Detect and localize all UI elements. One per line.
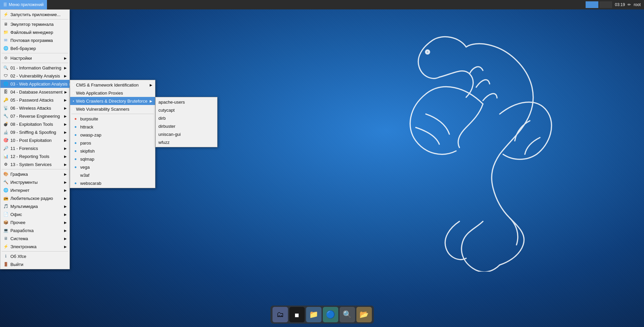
submenu-item-owasp[interactable]: ● owasp-zap: [70, 131, 155, 139]
submenu-item-crawlers[interactable]: • Web Crawlers & Directory Bruteforce ▶ …: [70, 97, 155, 105]
menu-item-dev[interactable]: 💻 Разработка ▶: [0, 226, 69, 234]
submenu-item-w3af[interactable]: w3af: [70, 171, 155, 179]
db-icon: 🗄: [3, 89, 8, 95]
submenu-crawlers-dirb[interactable]: dirb: [156, 114, 217, 122]
menu-item-electronics[interactable]: ⚡ Электроника ▶: [0, 242, 69, 251]
menu-item-launch[interactable]: ⚡ Запустить приложение...: [0, 10, 69, 18]
menu-item-terminal[interactable]: 🖥 Эмулятор терминала: [0, 20, 69, 28]
menu-item-info-gathering[interactable]: 🔍 01 - Information Gathering ▶: [0, 64, 69, 72]
cms-arrow: ▶: [150, 83, 152, 87]
menu-item-db[interactable]: 🗄 04 - Database Assessment ▶: [0, 88, 69, 96]
electronics-icon: ⚡: [3, 244, 8, 249]
exploit-icon: 💣: [3, 121, 8, 127]
separator-3: [2, 63, 68, 63]
menu-item-post[interactable]: 🎯 10 - Post Exploitation ▶: [0, 136, 69, 144]
submenu-item-webscarab[interactable]: ● webscarab: [70, 179, 155, 187]
menu-item-electronics-label: Электроника: [10, 244, 37, 249]
submenu-crawlers-apache[interactable]: apache-users: [156, 98, 217, 106]
post-arrow: ▶: [64, 139, 67, 142]
pen-icon: ✏: [628, 2, 631, 7]
user-label: root: [634, 2, 641, 7]
submenu-item-skipfish[interactable]: ● skipfish: [70, 147, 155, 155]
submenu-crawlers-uniscan[interactable]: uniscan-gui: [156, 130, 217, 138]
httrack-label: httrack: [80, 124, 93, 129]
system2-icon: 🖥: [3, 236, 8, 241]
sqlmap-icon: ●: [73, 156, 78, 162]
submenu-item-vega[interactable]: ● vega: [70, 163, 155, 171]
menu-item-other[interactable]: 📦 Прочее ▶: [0, 218, 69, 226]
menu-container: ⚡ Запустить приложение... 🖥 Эмулятор тер…: [0, 9, 70, 269]
scanners-bullet: •: [73, 107, 74, 111]
menu-item-system2[interactable]: 🖥 Система ▶: [0, 234, 69, 242]
menu-item-web-app[interactable]: 🌐 03 - Web Application Analysis ▶ • CMS …: [0, 80, 69, 88]
clock: 03:19: [615, 2, 625, 7]
menu-item-password[interactable]: 🔑 05 - Password Attacks ▶: [0, 96, 69, 104]
dock-folder[interactable]: 📁: [306, 307, 321, 322]
submenu-item-httrack[interactable]: ● httrack: [70, 123, 155, 131]
menu-item-wireless[interactable]: 📡 06 - Wireless Attacks ▶: [0, 104, 69, 112]
submenu-crawlers-cutycapt[interactable]: cutycapt: [156, 106, 217, 114]
system-srv-arrow: ▶: [64, 163, 67, 166]
separator-1: [2, 19, 68, 19]
submenu-item-cms[interactable]: • CMS & Framework Identification ▶: [70, 81, 155, 89]
dock-manager[interactable]: 📂: [356, 307, 372, 322]
submenu-item-paros[interactable]: ● paros: [70, 139, 155, 147]
menu-item-sniff[interactable]: 🔬 09 - Sniffing & Spoofing ▶: [0, 128, 69, 136]
submenu-item-scanners-label: Web Vulnerability Scanners: [76, 107, 130, 112]
app-menu-button[interactable]: ☰ Меню приложений: [0, 0, 47, 9]
skipfish-icon: ●: [73, 148, 78, 154]
menu-item-settings[interactable]: ⚙ Настройки ▶: [0, 54, 69, 62]
submenu-item-proxies[interactable]: • Web Application Proxies: [70, 89, 155, 97]
taskbar-top: ☰ Меню приложений 03:19 ✏ root: [0, 0, 644, 9]
reverse-icon: 🔧: [3, 113, 8, 119]
menu-item-exploit[interactable]: 💣 08 - Exploitation Tools ▶: [0, 120, 69, 128]
menu-item-reporting[interactable]: 📊 12 - Reporting Tools ▶: [0, 152, 69, 160]
system-srv-icon: ⚙: [3, 162, 8, 167]
menu-item-radio[interactable]: 📻 Любительское радио ▶: [0, 194, 69, 202]
menu-item-mail[interactable]: ✉ Почтовая программа: [0, 36, 69, 44]
menu-item-settings-label: Настройки: [10, 56, 32, 61]
info-gathering-icon: 🔍: [3, 65, 8, 70]
taskbar-right: 03:19 ✏ root: [586, 1, 644, 8]
submenu-crawlers: apache-users cutycapt dirb dirbuster uni: [155, 97, 217, 147]
browser-icon: 🌐: [3, 46, 8, 51]
webscarab-label: webscarab: [80, 181, 101, 186]
about-icon: ℹ: [3, 254, 8, 259]
submenu-item-scanners[interactable]: • Web Vulnerability Scanners: [70, 105, 155, 113]
menu-item-graphics[interactable]: 🎨 Графика ▶: [0, 170, 69, 178]
reporting-icon: 📊: [3, 154, 8, 159]
burpsuite-label: burpsuite: [80, 116, 98, 121]
menu-item-other-label: Прочее: [10, 220, 26, 225]
dock-browser[interactable]: 🔵: [323, 307, 338, 322]
menu-item-radio-label: Любительское радио: [10, 196, 53, 201]
wireless-icon: 📡: [3, 105, 8, 111]
dock-manager-icon: 📂: [359, 310, 368, 319]
submenu-item-burpsuite[interactable]: ● burpsuite: [70, 115, 155, 123]
main-menu: ⚡ Запустить приложение... 🖥 Эмулятор тер…: [0, 9, 70, 269]
menu-item-multimedia[interactable]: 🎵 Мультимедиа ▶: [0, 202, 69, 210]
internet-icon: 🌐: [3, 187, 8, 193]
submenu-crawlers-dirbuster[interactable]: dirbuster: [156, 122, 217, 130]
menu-item-vuln-analysis[interactable]: 🛡 02 - Vulnerability Analysis ▶: [0, 72, 69, 80]
dock-terminal[interactable]: ■: [289, 307, 305, 322]
menu-item-files[interactable]: 📁 Файловый менеджер: [0, 28, 69, 36]
dev-arrow: ▶: [64, 229, 67, 232]
menu-item-mail-label: Почтовая программа: [10, 38, 53, 43]
submenu-crawlers-wfuzz[interactable]: wfuzz: [156, 138, 217, 146]
menu-item-office[interactable]: 📄 Офис ▶: [0, 210, 69, 218]
menu-item-forensics[interactable]: 🔎 11 - Forensics ▶: [0, 144, 69, 152]
dock-search[interactable]: 🔍: [340, 307, 355, 322]
menu-item-office-label: Офис: [10, 212, 22, 217]
submenu-item-sqlmap[interactable]: ● sqlmap: [70, 155, 155, 163]
menu-item-browser[interactable]: 🌐 Веб-браузер: [0, 44, 69, 52]
submenu-sep1: [71, 114, 154, 114]
menu-item-tools[interactable]: 🔨 Инструменты ▶: [0, 178, 69, 186]
menu-item-system-srv[interactable]: ⚙ 13 - System Services ▶: [0, 160, 69, 168]
menu-item-reverse[interactable]: 🔧 07 - Reverse Engineering ▶: [0, 112, 69, 120]
post-icon: 🎯: [3, 138, 8, 143]
separator-2: [2, 53, 68, 53]
menu-item-about[interactable]: ℹ Об Xfce: [0, 252, 69, 260]
dock-files[interactable]: 🗂: [273, 307, 288, 322]
menu-item-logout[interactable]: 🚪 Выйти: [0, 260, 69, 268]
menu-item-internet[interactable]: 🌐 Интернет ▶: [0, 186, 69, 194]
